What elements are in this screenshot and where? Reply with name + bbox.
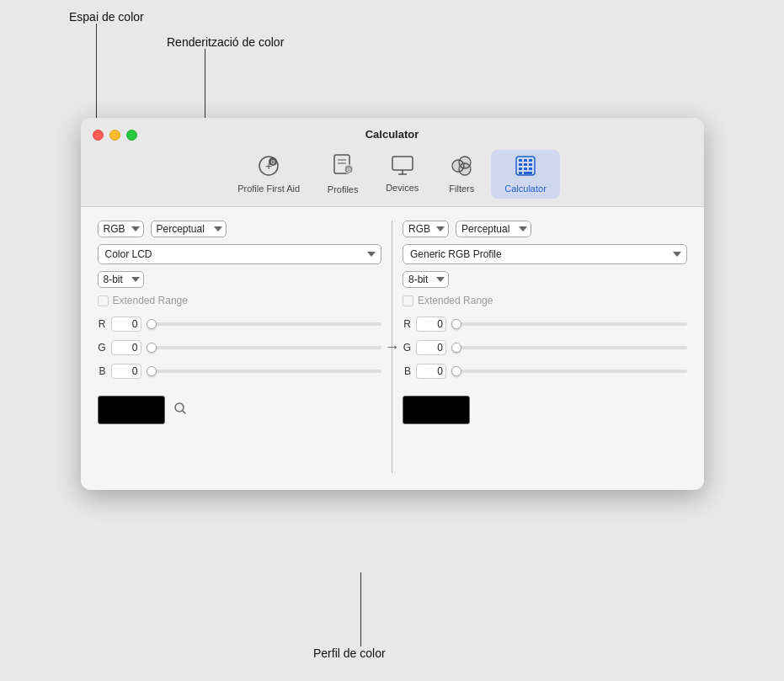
left-g-track[interactable] [147,346,382,349]
right-bit-depth-select[interactable]: 8-bit [403,271,449,288]
annotation-line-rendering [205,49,205,125]
right-extended-range-label: Extended Range [418,295,493,306]
toolbar-item-profiles[interactable]: ⚙ Profiles [313,149,372,200]
left-r-value[interactable] [111,317,141,332]
left-panel: RGB Perceptual Color LCD 8-bit [98,221,392,473]
devices-icon [391,156,414,179]
toolbar-item-calculator[interactable]: Calculator [491,150,560,199]
right-g-thumb[interactable] [451,343,461,353]
svg-rect-20 [524,163,527,166]
right-r-track[interactable] [451,322,687,326]
left-r-label: R [98,318,106,330]
left-extended-range-checkbox[interactable] [98,295,109,306]
calculator-window: Calculator + ⚙ Profile First Aid [81,118,704,490]
content-area: RGB Perceptual Color LCD 8-bit [81,207,704,490]
annotation-rendering: Renderització de color [167,35,284,49]
right-b-label: B [403,365,411,377]
left-g-thumb[interactable] [147,343,157,353]
svg-rect-19 [519,163,522,166]
toolbar-item-devices[interactable]: Devices [372,151,432,198]
window-title: Calculator [365,128,419,141]
annotation-line-color-space [96,24,97,125]
divider-section: → [392,221,392,473]
svg-rect-9 [392,157,413,170]
close-button[interactable] [93,130,104,141]
left-bit-depth-row: 8-bit [98,271,382,288]
right-r-label: R [403,318,411,330]
right-b-thumb[interactable] [451,366,461,376]
right-b-track[interactable] [451,370,687,373]
left-r-thumb[interactable] [147,319,157,329]
right-g-value[interactable] [416,340,446,355]
right-r-value[interactable] [416,317,446,332]
left-profile-select[interactable]: Color LCD [98,244,382,264]
svg-rect-21 [529,163,532,166]
right-extended-range-row: Extended Range [403,295,687,306]
calculator-icon [515,155,536,180]
left-b-thumb[interactable] [147,366,157,376]
left-g-value[interactable] [111,340,141,355]
svg-rect-24 [529,168,532,170]
page-wrapper: Espai de color Renderització de color Pe… [0,0,784,681]
svg-rect-26 [524,172,532,174]
right-g-track[interactable] [451,346,687,349]
svg-rect-25 [519,172,522,174]
right-bottom-section [403,396,687,424]
panels-wrapper: RGB Perceptual Color LCD 8-bit [98,221,687,473]
toolbar-label-devices: Devices [386,183,419,193]
filters-icon [451,155,472,180]
right-slider-section: R G [403,317,687,379]
left-b-track[interactable] [147,370,382,373]
traffic-lights [93,130,137,141]
svg-text:⚙: ⚙ [346,167,351,173]
right-extended-range-checkbox[interactable] [403,295,413,306]
right-rendering-select[interactable]: Perceptual [456,221,531,237]
left-color-space-select[interactable]: RGB [98,221,144,237]
right-color-swatch [403,396,470,424]
left-b-row: B [98,364,382,379]
toolbar-label-profiles: Profiles [328,184,359,194]
left-bit-depth-select[interactable]: 8-bit [98,271,144,288]
svg-rect-23 [524,168,527,170]
right-color-space-row: RGB Perceptual [403,221,687,237]
left-extended-range-label: Extended Range [113,295,188,306]
fullscreen-button[interactable] [126,130,137,141]
toolbar: + ⚙ Profile First Aid ⚙ [224,149,560,200]
left-rendering-select[interactable]: Perceptual [151,221,227,237]
right-r-thumb[interactable] [451,319,461,329]
right-g-row: G [403,340,687,355]
profiles-icon: ⚙ [332,154,354,181]
left-search-button[interactable] [172,400,189,420]
toolbar-item-filters[interactable]: Filters [432,150,491,199]
annotation-color-space: Espai de color [69,10,144,24]
right-r-row: R [403,317,687,332]
left-extended-range-row: Extended Range [98,295,382,306]
right-profile-select[interactable]: Generic RGB Profile [403,244,687,264]
right-profile-row: Generic RGB Profile [403,244,687,264]
toolbar-label-filters: Filters [449,184,474,194]
annotation-line-profile [360,572,361,646]
svg-text:⚙: ⚙ [270,159,275,165]
right-color-space-select[interactable]: RGB [403,221,449,237]
left-b-value[interactable] [111,364,141,379]
arrow-indicator: → [380,338,405,356]
left-color-swatch [98,396,165,424]
left-r-row: R [98,317,382,332]
titlebar: Calculator + ⚙ Profile First Aid [81,118,704,207]
left-g-row: G [98,340,382,355]
svg-rect-18 [529,159,532,162]
right-b-value[interactable] [416,364,446,379]
left-r-track[interactable] [147,322,382,326]
svg-rect-16 [519,159,522,162]
left-profile-row: Color LCD [98,244,382,264]
minimize-button[interactable] [109,130,120,141]
toolbar-label-profile-first-aid: Profile First Aid [237,184,300,194]
toolbar-item-profile-first-aid[interactable]: + ⚙ Profile First Aid [224,150,313,199]
left-b-label: B [98,365,106,377]
svg-rect-17 [524,159,527,162]
svg-rect-22 [519,168,522,170]
annotation-profile: Perfil de color [313,646,386,660]
right-panel: RGB Perceptual Generic RGB Profile 8 [392,221,687,473]
left-bottom-section [98,396,382,424]
profile-first-aid-icon: + ⚙ [258,155,280,180]
